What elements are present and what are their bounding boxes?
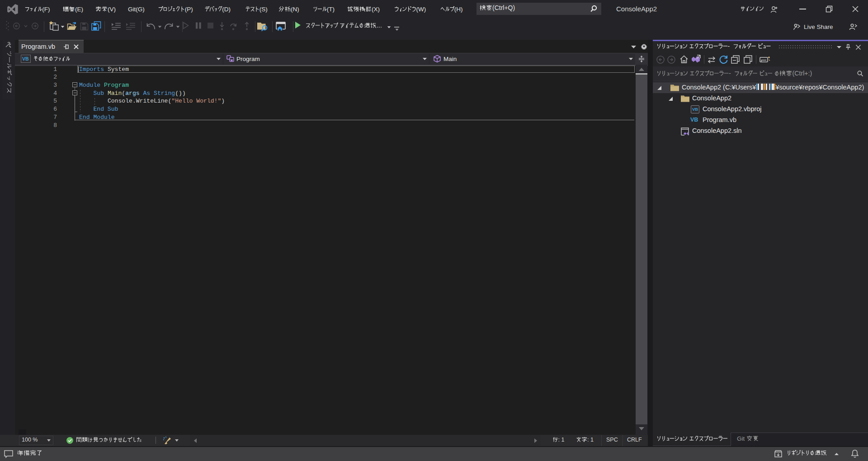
svg-text:(P): (P) xyxy=(185,6,193,13)
svg-text:: 1: : 1 xyxy=(587,437,594,443)
svg-text:(Ctrl+Q): (Ctrl+Q) xyxy=(492,5,515,11)
svg-text:(N): (N) xyxy=(291,6,299,13)
svg-text:(V): (V) xyxy=(108,6,116,13)
svg-text:-: - xyxy=(729,70,731,77)
svg-text:(E): (E) xyxy=(75,6,83,13)
svg-text:(T): (T) xyxy=(327,6,335,13)
svg-text:(S): (S) xyxy=(259,6,268,13)
svg-text:Git(G): Git(G) xyxy=(128,6,145,13)
svg-text:Git: Git xyxy=(737,435,745,442)
svg-text:(H): (H) xyxy=(454,6,463,13)
svg-text:(F): (F) xyxy=(42,6,50,13)
svg-text:-: - xyxy=(728,43,730,50)
svg-text:(D): (D) xyxy=(222,6,231,13)
svg-text:(X): (X) xyxy=(372,6,380,13)
svg-text:(Ctrl+:): (Ctrl+:) xyxy=(793,70,812,77)
svg-text:(W): (W) xyxy=(416,6,426,13)
svg-text:: 1: : 1 xyxy=(558,437,565,443)
svg-text:...: ... xyxy=(377,22,382,29)
